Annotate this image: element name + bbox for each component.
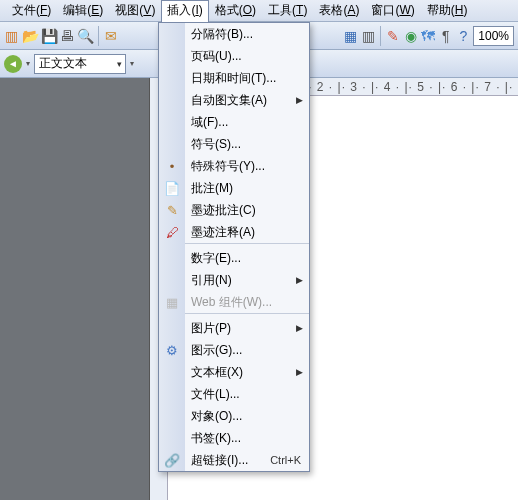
columns-icon[interactable]: ▥ [361,27,377,45]
preview-icon[interactable]: 🔍 [77,27,94,45]
ink-comment-icon: ✎ [159,199,185,221]
diagram-icon: ⚙ [159,339,185,361]
menu-item-web-component: ▦Web 组件(W)... [159,291,309,313]
ink-pen-icon: 🖊 [159,221,185,243]
comment-icon: 📄 [159,177,185,199]
menu-item-symbol[interactable]: 符号(S)... [159,133,309,155]
web-icon: ▦ [159,291,185,313]
drawing-icon[interactable]: ✎ [385,27,401,45]
open-icon[interactable]: 📂 [22,27,39,45]
menu-item-file[interactable]: 文件(L)... [159,383,309,405]
menu-help[interactable]: 帮助(H) [421,0,474,21]
menubar: 文件(F) 编辑(E) 视图(V) 插入(I) 格式(O) 工具(T) 表格(A… [0,0,518,22]
toolbar-separator [380,26,381,46]
menu-item-picture[interactable]: 图片(P)▶ [159,317,309,339]
menu-item-diagram[interactable]: ⚙图示(G)... [159,339,309,361]
toolbar-separator [98,26,99,46]
map-icon[interactable]: 🗺 [420,27,436,45]
menu-item-page-number[interactable]: 页码(U)... [159,45,309,67]
menu-window[interactable]: 窗口(W) [365,0,420,21]
menu-item-reference[interactable]: 引用(N)▶ [159,269,309,291]
menu-item-autotext[interactable]: 自动图文集(A)▶ [159,89,309,111]
submenu-arrow-icon: ▶ [296,95,303,105]
help-icon[interactable]: ? [456,27,472,45]
menu-item-field[interactable]: 域(F)... [159,111,309,133]
new-doc-icon[interactable]: ▥ [4,27,20,45]
menu-tools[interactable]: 工具(T) [262,0,313,21]
shortcut-label: Ctrl+K [270,454,301,466]
navigation-pane[interactable] [0,78,150,500]
chart-icon[interactable]: ◉ [403,27,419,45]
menu-item-comment[interactable]: 📄批注(M) [159,177,309,199]
hyperlink-icon: 🔗 [159,449,185,471]
table-icon[interactable]: ▦ [343,27,359,45]
menu-item-separator[interactable]: 分隔符(B)... [159,23,309,45]
zoom-combo[interactable]: 100% [473,26,514,46]
menu-view[interactable]: 视图(V) [109,0,161,21]
save-icon[interactable]: 💾 [41,27,58,45]
menu-table[interactable]: 表格(A) [313,0,365,21]
menu-item-special-char[interactable]: •特殊符号(Y)... [159,155,309,177]
submenu-arrow-icon: ▶ [296,367,303,377]
insert-menu-dropdown: 分隔符(B)... 页码(U)... 日期和时间(T)... 自动图文集(A)▶… [158,22,310,472]
mail-icon[interactable]: ✉ [103,27,119,45]
menu-format[interactable]: 格式(O) [209,0,262,21]
menu-item-object[interactable]: 对象(O)... [159,405,309,427]
nav-back-icon[interactable]: ◄ [4,55,22,73]
menu-item-ink-comment[interactable]: ✎墨迹批注(C) [159,199,309,221]
style-dropdown-icon[interactable]: ▾ [130,59,134,68]
menu-item-bookmark[interactable]: 书签(K)... [159,427,309,449]
menu-insert[interactable]: 插入(I) [161,0,208,22]
paragraph-icon[interactable]: ¶ [438,27,454,45]
nav-dropdown-icon[interactable]: ▾ [26,59,30,68]
submenu-arrow-icon: ▶ [296,275,303,285]
menu-item-textbox[interactable]: 文本框(X)▶ [159,361,309,383]
bullet-icon: • [159,155,185,177]
menu-item-ink-annotation[interactable]: 🖊墨迹注释(A) [159,221,309,243]
print-icon[interactable]: 🖶 [60,27,76,45]
menu-edit[interactable]: 编辑(E) [57,0,109,21]
style-combo[interactable]: 正文文本 [34,54,126,74]
menu-item-date-time[interactable]: 日期和时间(T)... [159,67,309,89]
menu-file[interactable]: 文件(F) [6,0,57,21]
menu-item-hyperlink[interactable]: 🔗超链接(I)...Ctrl+K [159,449,309,471]
submenu-arrow-icon: ▶ [296,323,303,333]
menu-item-number[interactable]: 数字(E)... [159,247,309,269]
